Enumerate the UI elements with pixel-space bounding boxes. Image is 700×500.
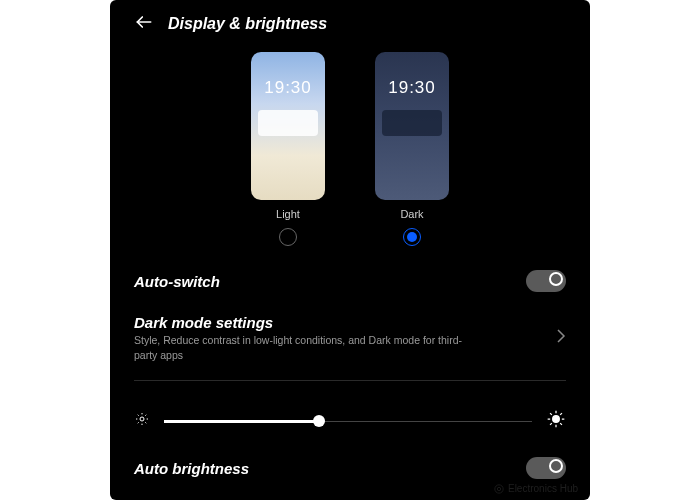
settings-screen: Display & brightness 19:30 Light 19:30 D… bbox=[110, 0, 590, 500]
svg-line-8 bbox=[138, 423, 139, 424]
theme-label-dark: Dark bbox=[400, 208, 423, 220]
sun-low-icon bbox=[134, 411, 150, 431]
theme-preview-dark: 19:30 bbox=[375, 52, 449, 200]
theme-preview-light: 19:30 bbox=[251, 52, 325, 200]
dark-mode-settings-subtitle: Style, Reduce contrast in low-light cond… bbox=[134, 333, 474, 362]
preview-card bbox=[258, 110, 318, 136]
theme-option-light[interactable]: 19:30 Light bbox=[251, 52, 325, 246]
slider-fill bbox=[164, 420, 319, 423]
svg-point-19 bbox=[495, 484, 503, 492]
watermark-text: Electronics Hub bbox=[508, 483, 578, 494]
auto-switch-row: Auto-switch bbox=[134, 256, 566, 306]
svg-point-10 bbox=[553, 416, 560, 423]
dark-mode-settings-title: Dark mode settings bbox=[134, 314, 474, 331]
preview-card bbox=[382, 110, 442, 136]
auto-brightness-toggle[interactable] bbox=[526, 457, 566, 479]
preview-time: 19:30 bbox=[251, 78, 325, 98]
theme-label-light: Light bbox=[276, 208, 300, 220]
svg-line-17 bbox=[550, 424, 552, 426]
page-title: Display & brightness bbox=[168, 15, 327, 33]
radio-dark[interactable] bbox=[403, 228, 421, 246]
svg-point-1 bbox=[140, 417, 144, 421]
svg-line-6 bbox=[138, 415, 139, 416]
dark-mode-settings-text: Dark mode settings Style, Reduce contras… bbox=[134, 314, 474, 362]
radio-light[interactable] bbox=[279, 228, 297, 246]
toggle-knob bbox=[549, 459, 563, 473]
brightness-row bbox=[134, 393, 566, 443]
svg-line-18 bbox=[560, 413, 562, 415]
svg-line-9 bbox=[145, 415, 146, 416]
svg-line-7 bbox=[145, 423, 146, 424]
watermark: Electronics Hub bbox=[494, 483, 578, 494]
divider bbox=[134, 380, 566, 381]
dark-mode-settings-row[interactable]: Dark mode settings Style, Reduce contras… bbox=[134, 306, 566, 376]
header: Display & brightness bbox=[134, 12, 566, 36]
svg-point-20 bbox=[497, 487, 500, 490]
auto-switch-toggle[interactable] bbox=[526, 270, 566, 292]
theme-option-dark[interactable]: 19:30 Dark bbox=[375, 52, 449, 246]
auto-switch-label: Auto-switch bbox=[134, 273, 220, 290]
preview-time: 19:30 bbox=[375, 78, 449, 98]
theme-selector: 19:30 Light 19:30 Dark bbox=[134, 52, 566, 246]
back-icon[interactable] bbox=[134, 12, 154, 36]
svg-line-15 bbox=[550, 413, 552, 415]
svg-line-16 bbox=[560, 424, 562, 426]
toggle-knob bbox=[549, 272, 563, 286]
slider-thumb[interactable] bbox=[313, 415, 325, 427]
chevron-right-icon bbox=[556, 329, 566, 347]
auto-brightness-label: Auto brightness bbox=[134, 460, 249, 477]
brightness-slider[interactable] bbox=[164, 420, 532, 423]
sun-high-icon bbox=[546, 409, 566, 433]
